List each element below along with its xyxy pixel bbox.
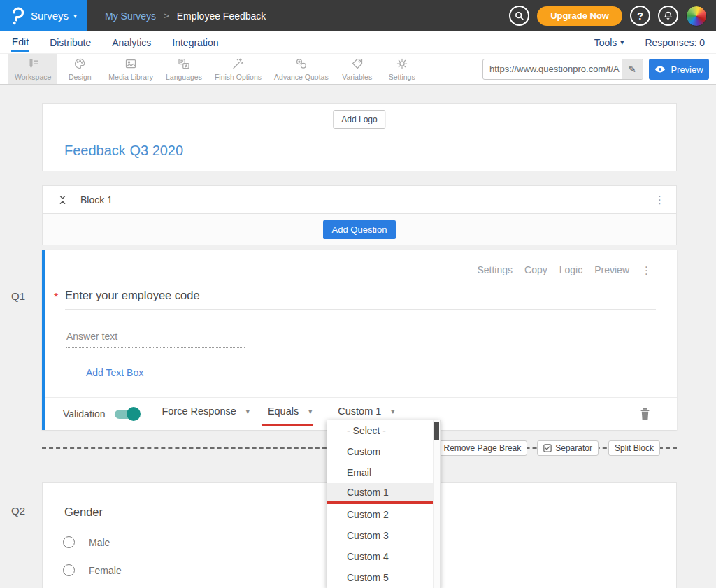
tab-distribute[interactable]: Distribute [49, 34, 92, 51]
toolbar-item-design[interactable]: Design [57, 54, 102, 84]
question-card-q1: Settings Copy Logic Preview ⋮ * Enter yo… [42, 250, 677, 430]
toolbar-item-media-library[interactable]: Media Library [102, 54, 159, 84]
block-label: Block 1 [80, 194, 113, 206]
languages-icon [177, 57, 191, 71]
radio-icon[interactable] [63, 536, 75, 548]
answer-option-male[interactable]: Male [63, 536, 110, 548]
delete-validation-button[interactable] [640, 408, 650, 420]
chevron-down-icon: ▾ [391, 408, 394, 415]
questionpro-logo [10, 6, 24, 25]
answer-option-female[interactable]: Female [63, 564, 122, 576]
menu-item-select[interactable]: - Select - [327, 420, 440, 441]
tools-caret-icon: ▾ [620, 38, 624, 46]
question-settings-link[interactable]: Settings [477, 264, 513, 275]
tab-integration[interactable]: Integration [171, 34, 219, 51]
operator-highlight-underline [262, 424, 313, 426]
validation-value-menu: - Select - Custom Email Custom 1 Custom … [327, 420, 441, 588]
survey-title[interactable]: Feedback Q3 2020 [64, 143, 183, 159]
dropdown-scrollbar-thumb[interactable] [434, 422, 439, 440]
search-icon [514, 10, 524, 21]
responses-count[interactable]: Responses: 0 [645, 37, 705, 48]
product-label: Surveys [31, 10, 69, 22]
toolbar-item-languages[interactable]: Languages [159, 54, 208, 84]
operator-dropdown[interactable]: Equals ▾ [266, 406, 315, 422]
add-question-button[interactable]: Add Question [323, 220, 396, 239]
design-icon [73, 57, 87, 71]
checkbox-checked-icon [543, 444, 552, 452]
toolbar-item-settings[interactable]: Settings [380, 54, 424, 84]
add-question-strip: Add Question [42, 214, 677, 245]
force-response-dropdown[interactable]: Force Response ▾ [160, 406, 252, 422]
survey-nav-tabs: Edit Distribute Analytics Integration To… [0, 31, 716, 53]
avatar[interactable] [686, 6, 707, 27]
breadcrumb-separator: > [164, 10, 169, 21]
dropdown-scrollbar[interactable] [433, 420, 440, 588]
tab-edit[interactable]: Edit [11, 33, 29, 52]
pencil-icon: ✎ [628, 64, 636, 75]
answer-text-input[interactable] [66, 328, 245, 348]
block-kebab-icon[interactable]: ⋮ [654, 194, 665, 205]
toggle-knob [127, 407, 141, 421]
media-library-icon [124, 57, 138, 71]
survey-editor-canvas: Add Logo Feedback Q3 2020 Block 1 ⋮ Add … [0, 85, 716, 588]
tools-menu[interactable]: Tools ▾ [594, 37, 624, 48]
collapse-block-icon[interactable] [58, 194, 67, 206]
question-text-underline [65, 309, 656, 310]
notifications-button[interactable] [658, 6, 678, 26]
upgrade-now-button[interactable]: Upgrade Now [537, 6, 622, 26]
menu-item-custom-5[interactable]: Custom 5 [327, 567, 440, 588]
topbar: Surveys ▾ My Surveys > Employee Feedback… [0, 0, 716, 31]
toolbar-item-variables[interactable]: Variables [335, 54, 380, 84]
preview-button[interactable]: Preview [649, 59, 709, 80]
variables-icon [350, 57, 364, 71]
validation-label: Validation [63, 408, 105, 420]
required-asterisk: * [54, 292, 58, 304]
help-button[interactable]: ? [630, 6, 650, 26]
chevron-down-icon: ▾ [246, 408, 250, 415]
question-kebab-icon[interactable]: ⋮ [641, 265, 652, 275]
bell-icon [663, 10, 673, 21]
menu-item-custom-1[interactable]: Custom 1 [327, 483, 440, 504]
radio-icon[interactable] [63, 564, 75, 576]
menu-item-email[interactable]: Email [327, 462, 440, 483]
question-actions: Settings Copy Logic Preview ⋮ [477, 264, 652, 275]
question-copy-link[interactable]: Copy [524, 264, 547, 275]
tools-label: Tools [594, 37, 617, 48]
tab-analytics[interactable]: Analytics [111, 34, 152, 51]
split-block-button[interactable]: Split Block [608, 440, 660, 456]
toolbar-item-workspace[interactable]: Workspace [8, 54, 57, 84]
menu-item-custom[interactable]: Custom [327, 441, 440, 462]
remove-page-break-button[interactable]: Remove Page Break [426, 440, 528, 456]
question-number-q1: Q1 [11, 290, 25, 302]
question-logic-link[interactable]: Logic [559, 264, 582, 275]
advance-quotas-icon [294, 57, 308, 71]
validation-toggle[interactable] [115, 410, 139, 419]
trash-icon [640, 408, 650, 420]
add-logo-button[interactable]: Add Logo [333, 110, 385, 129]
question-number-q2: Q2 [11, 505, 25, 517]
settings-icon [395, 57, 409, 71]
preview-eye-icon [654, 65, 666, 73]
question-text-q1[interactable]: Enter your employee code [65, 289, 200, 302]
menu-item-custom-4[interactable]: Custom 4 [327, 546, 440, 567]
question-preview-link[interactable]: Preview [594, 264, 629, 275]
page-break-buttons: Remove Page Break Separator Split Block [426, 440, 660, 456]
toolbar-item-finish-options[interactable]: Finish Options [208, 54, 268, 84]
surveys-caret-icon: ▾ [73, 12, 77, 20]
edit-url-button[interactable]: ✎ [622, 59, 643, 79]
search-button[interactable] [509, 6, 529, 26]
survey-url-value: https://www.questionpro.com/t/A [483, 59, 622, 79]
breadcrumb-my-surveys[interactable]: My Surveys [105, 10, 156, 22]
survey-url-field[interactable]: https://www.questionpro.com/t/A ✎ [482, 59, 643, 80]
block-header: Block 1 ⋮ [42, 185, 677, 214]
question-text-q2[interactable]: Gender [64, 505, 103, 519]
survey-header-card: Add Logo Feedback Q3 2020 [42, 103, 677, 171]
separator-button[interactable]: Separator [537, 440, 599, 456]
menu-item-custom-3[interactable]: Custom 3 [327, 525, 440, 546]
menu-item-custom-2[interactable]: Custom 2 [327, 504, 440, 525]
add-text-box-link[interactable]: Add Text Box [86, 367, 143, 378]
toolbar-item-advance-quotas[interactable]: Advance Quotas [268, 54, 335, 84]
product-switcher[interactable]: Surveys ▾ [0, 0, 87, 31]
topbar-actions: Upgrade Now ? [509, 6, 716, 27]
workspace-icon [26, 57, 40, 71]
